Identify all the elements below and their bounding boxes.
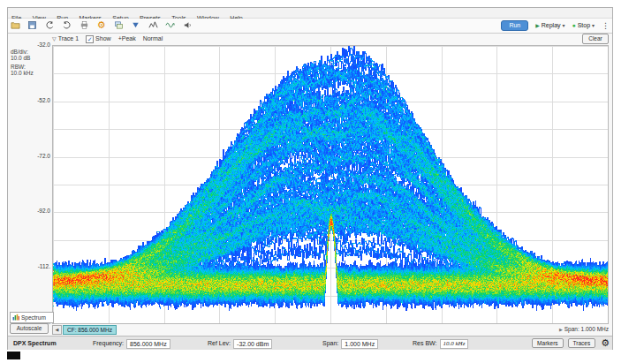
play-icon: ▶ [535,23,540,28]
displays-icon[interactable] [113,19,125,31]
waveform-icon[interactable] [164,19,176,31]
stop-dropdown[interactable]: ● Stop ▾ [572,20,595,31]
peak-search-icon[interactable] [148,19,159,31]
audio-icon[interactable] [182,19,193,31]
trace-selector[interactable]: Trace 1 [58,35,79,42]
span-field[interactable]: 1.000 MHz [341,339,378,349]
show-label: Show [95,35,111,42]
overflow-menu-icon[interactable]: ⋮ [602,20,610,31]
menubar: File View Run Markers Setup Presets Tool… [8,8,612,19]
stop-indicator-icon: ● [572,22,575,28]
settings-gear-icon[interactable]: ⚙ [95,19,107,31]
res-bw-field[interactable]: 10.0 kHz [440,339,469,349]
dpx-canvas[interactable] [53,46,608,323]
toolbar: ⚙ Run ▶ Replay ▾ ● Stop ▾ ⋮ [8,19,612,34]
settings-gear-icon[interactable]: ⚙ [601,338,610,348]
run-button[interactable]: Run [501,20,528,31]
markers-button[interactable]: Markers [532,338,563,348]
chevron-down-icon: ▾ [563,23,565,28]
trace-selector-icon: ▽ [52,36,57,42]
run-controls: Run ▶ Replay ▾ ● Stop ▾ ⋮ [501,20,610,31]
traces-button[interactable]: Traces [568,338,596,348]
y-tick-label: -112. [26,263,50,270]
replay-dropdown[interactable]: ▶ Replay ▾ [535,20,564,31]
arrow-left-icon[interactable]: ◀ [52,325,62,335]
redo-icon[interactable] [61,19,72,31]
chevron-down-icon: ▾ [592,23,595,28]
tab-spectrum[interactable]: Spectrum [10,312,54,323]
frequency-strip: ◀ CF: 856.000 MHz ▶Span: 1.000 MHz [52,325,609,335]
span-tag[interactable]: ▶Span: 1.000 MHz [559,325,609,333]
trace-bar: ▽Trace 1✓Show+PeakNormal [52,34,163,43]
replay-label: Replay [542,22,561,28]
stop-label: Stop [578,22,590,28]
desktop: File View Run Markers Setup Presets Tool… [0,0,644,363]
rbw-label: RBW: [11,64,46,70]
markers-icon[interactable] [130,19,141,31]
undo-icon[interactable] [44,19,56,31]
show-checkbox[interactable]: ✓ [86,35,94,43]
y-tick-label: -92.0 [26,208,50,215]
clear-button[interactable]: Clear [582,34,609,44]
frequency-label: Frequency: [93,340,124,346]
mode-indicator: DPX Spectrum [13,337,57,350]
db-per-div-value: 10.0 dB [11,55,46,61]
res-bw-label: Res BW: [413,340,437,346]
function-dropdown[interactable]: Normal [143,35,163,42]
arrow-right-icon: ▶ [559,327,563,332]
detection-dropdown[interactable]: +Peak [118,35,136,42]
y-tick-label: -52.0 [26,97,50,104]
app-window: File View Run Markers Setup Presets Tool… [7,7,613,350]
spectrum-icon [12,314,19,321]
db-per-div-label: dB/div: [11,49,46,55]
status-bar: DPX Spectrum Frequency:856.000 MHz Ref L… [8,336,612,350]
y-tick-label: -32.0 [26,42,50,49]
ref-level-field[interactable]: -32.00 dBm [233,339,272,349]
autoscale-button[interactable]: Autoscale [10,323,49,334]
span-label: Span: [322,340,338,346]
save-icon[interactable] [27,19,38,31]
open-icon[interactable] [10,19,21,31]
center-frequency-tag[interactable]: CF: 856.000 MHz [63,325,117,335]
taskbar-fragment [7,352,20,359]
dpx-spectrum-display[interactable] [52,45,609,324]
frequency-field[interactable]: 856.000 MHz [126,339,170,349]
y-tick-label: -72.0 [26,153,50,160]
rbw-value: 10.0 kHz [11,70,46,76]
print-icon[interactable] [79,19,90,31]
ref-level-label: Ref Lev: [208,340,231,346]
